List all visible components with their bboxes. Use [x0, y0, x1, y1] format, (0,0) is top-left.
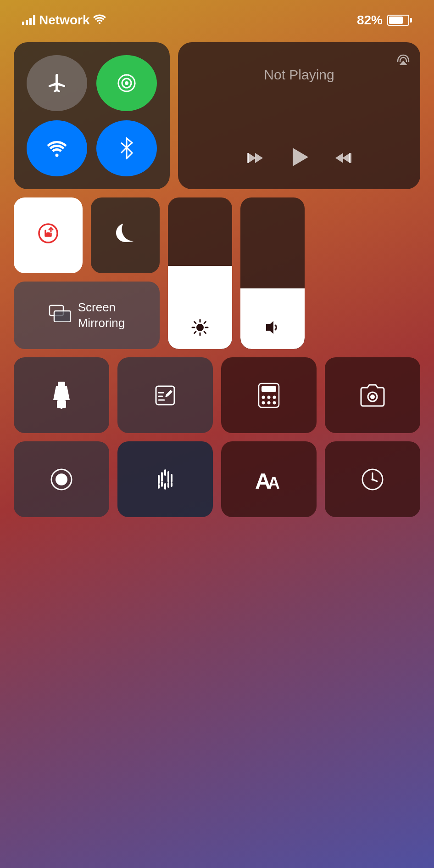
- media-previous-button[interactable]: [247, 149, 264, 171]
- signal-bar-1: [22, 22, 24, 25]
- svg-point-3: [56, 154, 59, 157]
- toggle-row: [14, 197, 160, 273]
- svg-marker-5: [255, 153, 263, 163]
- battery-icon: [387, 15, 412, 26]
- media-controls: [247, 145, 351, 175]
- svg-point-35: [267, 395, 271, 399]
- screen-record-button[interactable]: [14, 441, 109, 517]
- note-button[interactable]: [117, 357, 213, 433]
- status-bar: Network 82%: [0, 0, 434, 33]
- svg-marker-4: [248, 153, 256, 163]
- airplane-mode-button[interactable]: [27, 55, 87, 111]
- svg-rect-12: [46, 232, 50, 236]
- svg-rect-49: [164, 483, 166, 490]
- signal-bar-4: [33, 15, 35, 25]
- wifi-toggle-button[interactable]: [27, 120, 87, 176]
- sound-recognition-button[interactable]: [117, 441, 213, 517]
- action-row-2: A A: [14, 441, 420, 517]
- svg-point-43: [56, 473, 67, 485]
- svg-rect-48: [171, 474, 172, 482]
- svg-point-59: [372, 478, 374, 480]
- screen-mirroring-label: Screen Mirroring: [78, 300, 125, 331]
- status-left: Network: [22, 13, 106, 28]
- brightness-icon: [191, 319, 209, 340]
- cellular-button[interactable]: [96, 55, 157, 111]
- moon-icon: [115, 222, 135, 249]
- network-label: Network: [39, 13, 89, 28]
- media-not-playing-label: Not Playing: [264, 67, 334, 83]
- status-right: 82%: [357, 13, 412, 28]
- text-size-button[interactable]: A A: [221, 441, 317, 517]
- row-connectivity-media: Not Playing: [14, 42, 420, 189]
- svg-line-20: [195, 322, 196, 324]
- airplay-icon[interactable]: [395, 51, 411, 71]
- signal-bar-3: [29, 18, 32, 25]
- svg-point-37: [262, 401, 265, 404]
- svg-point-0: [99, 23, 100, 24]
- media-next-button[interactable]: [334, 149, 351, 171]
- volume-icon: [263, 319, 282, 340]
- svg-line-23: [195, 332, 196, 333]
- screen-mirroring-button[interactable]: Screen Mirroring: [14, 282, 160, 349]
- svg-rect-6: [247, 153, 249, 163]
- flashlight-button[interactable]: [14, 357, 109, 433]
- clock-button[interactable]: [325, 441, 420, 517]
- calculator-button[interactable]: [221, 357, 317, 433]
- svg-point-39: [273, 401, 276, 404]
- signal-bar-2: [26, 20, 28, 25]
- svg-rect-33: [262, 386, 276, 392]
- action-row-1: [14, 357, 420, 433]
- svg-point-36: [273, 395, 276, 399]
- wifi-status-icon: [93, 14, 106, 27]
- svg-marker-8: [342, 153, 350, 163]
- svg-rect-53: [171, 482, 172, 487]
- svg-point-34: [262, 395, 265, 399]
- sliders-group: [168, 197, 305, 349]
- svg-rect-52: [158, 484, 160, 489]
- connectivity-block[interactable]: [14, 42, 170, 189]
- svg-point-15: [196, 324, 204, 331]
- row-toggles-sliders: Screen Mirroring: [14, 197, 420, 349]
- signal-bars-icon: [22, 15, 35, 25]
- brightness-slider[interactable]: [168, 197, 232, 349]
- screen-mirroring-icon: [49, 304, 71, 326]
- svg-rect-45: [161, 472, 163, 481]
- svg-rect-28: [156, 386, 174, 405]
- svg-rect-10: [349, 153, 351, 163]
- svg-rect-51: [167, 482, 169, 488]
- svg-rect-14: [54, 311, 71, 322]
- svg-rect-46: [158, 475, 160, 484]
- camera-button[interactable]: [325, 357, 420, 433]
- media-player-block[interactable]: Not Playing: [178, 42, 420, 189]
- volume-slider[interactable]: [240, 197, 305, 349]
- bluetooth-button[interactable]: [96, 120, 157, 176]
- do-not-disturb-button[interactable]: [91, 197, 160, 273]
- svg-marker-9: [335, 153, 343, 163]
- svg-rect-26: [57, 400, 66, 408]
- svg-marker-24: [266, 321, 273, 334]
- svg-rect-50: [161, 481, 163, 487]
- svg-marker-7: [293, 148, 308, 166]
- toggles-column: Screen Mirroring: [14, 197, 160, 349]
- svg-text:A: A: [268, 473, 280, 490]
- battery-percentage: 82%: [357, 13, 383, 28]
- svg-rect-44: [164, 469, 166, 476]
- svg-line-21: [204, 332, 206, 333]
- media-play-button[interactable]: [287, 145, 311, 175]
- svg-point-41: [370, 395, 375, 399]
- svg-point-2: [125, 81, 128, 85]
- svg-line-22: [204, 322, 206, 324]
- screen-lock-rotation-icon: [36, 221, 60, 250]
- svg-point-38: [267, 401, 271, 404]
- control-center: Not Playing: [0, 33, 434, 526]
- screen-lock-rotation-button[interactable]: [14, 197, 83, 273]
- svg-rect-47: [167, 471, 169, 482]
- svg-rect-25: [58, 382, 65, 386]
